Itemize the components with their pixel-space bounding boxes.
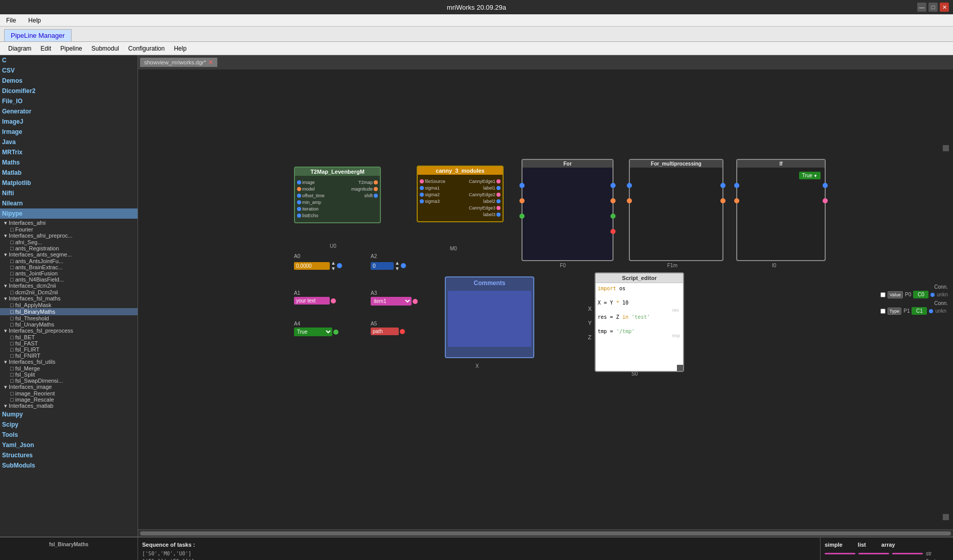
tree-ants-registration[interactable]: □ ants_Registration bbox=[0, 245, 138, 251]
value-button[interactable]: Value bbox=[888, 291, 903, 298]
tree-dcm2nii[interactable]: □ dcm2nii_Dcm2nii bbox=[0, 289, 138, 295]
sidebar-item-matlab[interactable]: Matlab bbox=[0, 168, 138, 178]
sidebar-item-fileio[interactable]: File_IO bbox=[0, 96, 138, 106]
sidebar-item-c[interactable]: C bbox=[0, 55, 138, 65]
tree-fsl-fnirt[interactable]: □ fsl_FNIRT bbox=[0, 353, 138, 359]
tree-interfaces-ants-segme[interactable]: ▾ Interfaces_ants_segme... bbox=[0, 251, 138, 258]
conn-bottom-checkbox[interactable] bbox=[880, 309, 886, 314]
comments-body[interactable] bbox=[448, 291, 531, 347]
node-t2map[interactable]: T2Map_LevenbergM image model offset_time… bbox=[294, 167, 381, 223]
node-canny[interactable]: canny_3_modules fileSource sigma1 sigma2… bbox=[417, 166, 504, 222]
node-comments[interactable]: Comments bbox=[445, 276, 534, 358]
node-a4[interactable]: A4 True bbox=[294, 321, 338, 336]
canvas-scrollbar[interactable] bbox=[138, 529, 953, 536]
script-resize-handle[interactable] bbox=[677, 365, 683, 371]
sidebar-item-submoduls[interactable]: SubModuls bbox=[0, 460, 138, 471]
type-button[interactable]: Type bbox=[888, 308, 902, 315]
tree-fsl-threshold[interactable]: □ fsl_Threshold bbox=[0, 315, 138, 321]
node-script[interactable]: Script_editor import os X = Y * 10 res =… bbox=[595, 272, 684, 372]
dt-help[interactable]: Help bbox=[170, 44, 191, 53]
sidebar-item-nilearn[interactable]: Nilearn bbox=[0, 198, 138, 208]
canvas-bottom-resize[interactable] bbox=[943, 514, 949, 520]
a3-select[interactable]: item1 bbox=[371, 297, 412, 306]
node-a1[interactable]: A1 bbox=[294, 290, 336, 305]
tree-interfaces-dcm2nii[interactable]: ▾ Interfaces_dcm2nii bbox=[0, 283, 138, 289]
maximize-button[interactable]: □ bbox=[928, 3, 938, 12]
a0-input[interactable] bbox=[294, 262, 330, 270]
tree-fsl-split[interactable]: □ fsl_Split bbox=[0, 371, 138, 378]
sidebar-item-nifti[interactable]: Nifti bbox=[0, 188, 138, 198]
tab-pipeline-manager[interactable]: PipeLine Manager bbox=[4, 29, 72, 41]
sidebar-item-dicomifier2[interactable]: Dicomifier2 bbox=[0, 86, 138, 96]
sidebar-item-csv[interactable]: CSV bbox=[0, 65, 138, 76]
sidebar-item-tools[interactable]: Tools bbox=[0, 430, 138, 440]
a1-input[interactable] bbox=[294, 297, 330, 305]
tree-fsl-fast[interactable]: □ fsl_FAST bbox=[0, 340, 138, 346]
tree-ants-brainextrac[interactable]: □ ants_BrainExtrac... bbox=[0, 264, 138, 270]
scrollbar-thumb[interactable] bbox=[140, 531, 951, 535]
sidebar-item-numpy[interactable]: Numpy bbox=[0, 409, 138, 419]
tree-fsl-unarymaths[interactable]: □ fsl_UnaryMaths bbox=[0, 321, 138, 328]
a2-input[interactable] bbox=[371, 262, 394, 270]
node-a5[interactable]: A5 bbox=[371, 321, 405, 335]
tree-ants-jointfusion[interactable]: □ ants_JointFusion bbox=[0, 270, 138, 276]
tree-fsl-applymask[interactable]: □ fsl_ApplyMask bbox=[0, 302, 138, 308]
tree-fsl-flirt[interactable]: □ fsl_FLIRT bbox=[0, 346, 138, 353]
dt-submodul[interactable]: Submodul bbox=[87, 44, 123, 53]
sidebar-item-imagej[interactable]: ImageJ bbox=[0, 116, 138, 127]
menu-help[interactable]: Help bbox=[26, 16, 43, 25]
sidebar-item-mrtrix[interactable]: MRTrix bbox=[0, 147, 138, 157]
canvas-tab-close[interactable]: ✕ bbox=[208, 59, 213, 66]
tree-ants-n4biasfield[interactable]: □ ants_N4BiasField... bbox=[0, 276, 138, 283]
node-for[interactable]: For bbox=[521, 159, 614, 261]
tree-image-rescale[interactable]: □ image_Rescale bbox=[0, 396, 138, 403]
a5-input[interactable] bbox=[371, 328, 399, 335]
tree-interfaces-matlab[interactable]: ▾ Interfaces_matlab bbox=[0, 403, 138, 409]
sidebar-item-structures[interactable]: Structures bbox=[0, 450, 138, 460]
dt-edit[interactable]: Edit bbox=[36, 44, 55, 53]
sidebar-item-java[interactable]: Java bbox=[0, 137, 138, 147]
tree-interfaces-image[interactable]: ▾ Interfaces_image bbox=[0, 384, 138, 390]
tree-interfaces-afni[interactable]: ▾ Interfaces_afni bbox=[0, 219, 138, 226]
tree-ants-antsjointfu[interactable]: □ ants_AntsJointFu... bbox=[0, 258, 138, 264]
c0-box[interactable]: C0 bbox=[913, 291, 928, 298]
node-a3[interactable]: A3 item1 bbox=[371, 290, 418, 306]
tree-fourier[interactable]: □ Fourier bbox=[0, 226, 138, 232]
tree-afni-seg[interactable]: □ afni_Seg... bbox=[0, 239, 138, 245]
node-a0[interactable]: A0 ▲▼ bbox=[294, 253, 342, 271]
sidebar[interactable]: C CSV Demos Dicomifier2 File_IO Generato… bbox=[0, 55, 138, 536]
tree-interfaces-fsl-utils[interactable]: ▾ Interfaces_fsl_utils bbox=[0, 359, 138, 365]
node-a2[interactable]: A2 ▲▼ bbox=[371, 253, 406, 271]
sidebar-item-maths[interactable]: Maths bbox=[0, 157, 138, 168]
tree-interfaces-fsl-preprocess[interactable]: ▾ Interfaces_fsl_preprocess bbox=[0, 328, 138, 334]
sidebar-item-demos[interactable]: Demos bbox=[0, 76, 138, 86]
canvas-workspace[interactable]: T2Map_LevenbergM image model offset_time… bbox=[138, 69, 953, 529]
tree-image-reorient[interactable]: □ image_Reorient bbox=[0, 390, 138, 396]
sidebar-item-irmage[interactable]: Irmage bbox=[0, 127, 138, 137]
minimize-button[interactable]: — bbox=[917, 3, 926, 12]
dt-diagram[interactable]: Diagram bbox=[4, 44, 35, 53]
c1-box[interactable]: C1 bbox=[912, 307, 927, 315]
menu-file[interactable]: File bbox=[4, 16, 18, 25]
node-formultiprocessing[interactable]: For_multiprocessing bbox=[629, 159, 723, 261]
tree-fsl-swapdimensi[interactable]: □ fsl_SwapDimensi... bbox=[0, 378, 138, 384]
sidebar-item-generator[interactable]: Generator bbox=[0, 106, 138, 116]
tree-fsl-merge[interactable]: □ fsl_Merge bbox=[0, 365, 138, 371]
tree-interfaces-fsl-maths[interactable]: ▾ Interfaces_fsl_maths bbox=[0, 295, 138, 302]
tree-fsl-binarymaths[interactable]: □ fsl_BinaryMaths bbox=[0, 308, 138, 315]
canvas-tab-showview[interactable]: showview_mriworks.dgr* ✕ bbox=[140, 58, 217, 67]
conn-top-checkbox[interactable] bbox=[880, 292, 886, 297]
canvas-top-resize[interactable] bbox=[943, 145, 949, 151]
tree-interfaces-afni-preproc[interactable]: ▾ Interfaces_afni_preproc... bbox=[0, 232, 138, 239]
tree-fsl-bet[interactable]: □ fsl_BET bbox=[0, 334, 138, 340]
sidebar-item-yamljson[interactable]: Yaml_Json bbox=[0, 440, 138, 450]
dt-configuration[interactable]: Configuration bbox=[124, 44, 169, 53]
a4-select[interactable]: True bbox=[294, 328, 332, 336]
script-code[interactable]: import os X = Y * 10 res = Z in 'test' t… bbox=[596, 283, 683, 337]
if-true-button[interactable]: True bbox=[799, 172, 821, 179]
sidebar-item-matplotlib[interactable]: Matplotlib bbox=[0, 178, 138, 188]
dt-pipeline[interactable]: Pipeline bbox=[56, 44, 86, 53]
sidebar-item-nipype[interactable]: Nipype bbox=[0, 208, 138, 219]
close-button[interactable]: ✕ bbox=[940, 3, 949, 12]
sidebar-item-scipy[interactable]: Scipy bbox=[0, 419, 138, 430]
